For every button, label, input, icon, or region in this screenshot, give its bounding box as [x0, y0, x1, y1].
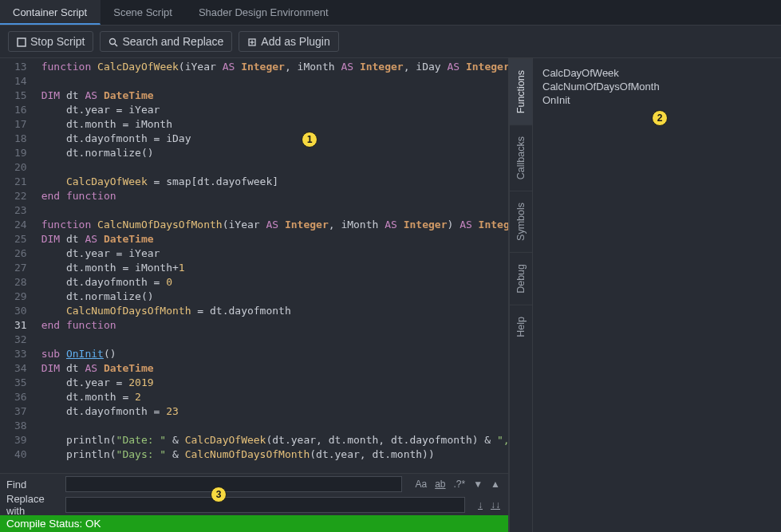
code-line[interactable]: println("Days: " & CalcNumOfDaysOfMonth(… — [41, 447, 508, 462]
tab-container-script[interactable]: Container Script — [0, 0, 101, 25]
functions-panel: CalcDayOfWeek CalcNumOfDaysOfMonth OnIni… — [533, 58, 781, 532]
line-number: 25 — [14, 232, 27, 246]
line-number-gutter: 1314151617181920212223242526272829303132… — [0, 58, 35, 473]
code-line[interactable]: dt.dayofmonth = iDay — [41, 132, 508, 146]
replace-one-icon[interactable]: ↓ — [478, 499, 483, 510]
line-number: 20 — [14, 160, 27, 175]
line-number: 18 — [14, 132, 27, 146]
line-number: 23 — [14, 203, 27, 218]
stop-button-label: Stop Script — [30, 35, 85, 48]
annotation-marker-3: 3 — [211, 487, 227, 502]
code-line[interactable]: dt.year = 2019 — [41, 376, 508, 390]
line-number: 14 — [14, 74, 27, 89]
code-line[interactable]: dt.month = iMonth+1 — [41, 261, 508, 275]
right-panel: Functions Callbacks Symbols Debug Help C… — [510, 58, 781, 532]
line-number: 40 — [14, 447, 27, 462]
code-line[interactable]: DIM dt AS DateTime — [41, 232, 508, 246]
replace-actions: ↓ ↓↓ — [470, 499, 508, 510]
find-next-icon[interactable]: ▼ — [473, 479, 483, 490]
code-line[interactable]: dt.year = iYear — [41, 246, 508, 261]
code-line[interactable]: dt.dayofmonth = 0 — [41, 275, 508, 290]
tab-scene-script[interactable]: Scene Script — [101, 0, 186, 25]
code-line[interactable]: dt.normalize() — [41, 290, 508, 304]
vtab-callbacks[interactable]: Callbacks — [510, 124, 532, 191]
line-number: 34 — [14, 361, 27, 376]
search-icon — [108, 37, 118, 46]
line-number: 22 — [14, 189, 27, 203]
code-line[interactable]: dt.month = 2 — [41, 390, 508, 404]
vtab-symbols[interactable]: Symbols — [510, 191, 532, 252]
svg-rect-0 — [18, 38, 26, 46]
code-line[interactable]: dt.normalize() — [41, 146, 508, 160]
function-list-item[interactable]: CalcNumOfDaysOfMonth — [542, 80, 771, 93]
code-line[interactable] — [41, 333, 508, 347]
line-number: 33 — [14, 347, 27, 361]
svg-line-2 — [115, 44, 117, 46]
line-number: 19 — [14, 146, 27, 160]
find-replace-bar: Find Aa ab .?* ▼ ▲ Replace with ↓ ↓↓ 3 — [0, 473, 508, 515]
code-line[interactable]: DIM dt AS DateTime — [41, 361, 508, 376]
code-line[interactable] — [41, 160, 508, 175]
line-number: 15 — [14, 89, 27, 103]
regex-toggle[interactable]: .?* — [454, 479, 466, 490]
code-line[interactable]: CalcDayOfWeek = smap[dt.dayofweek] — [41, 175, 508, 189]
line-number: 28 — [14, 275, 27, 290]
code-line[interactable] — [41, 419, 508, 433]
match-case-toggle[interactable]: Aa — [415, 479, 427, 490]
plugin-icon — [247, 37, 257, 46]
find-label: Find — [0, 479, 65, 491]
line-number: 35 — [14, 376, 27, 390]
code-line[interactable]: CalcNumOfDaysOfMonth = dt.dayofmonth — [41, 304, 508, 318]
code-line[interactable]: DIM dt AS DateTime — [41, 89, 508, 103]
code-line[interactable]: println("Date: " & CalcDayOfWeek(dt.year… — [41, 433, 508, 447]
vtab-help[interactable]: Help — [510, 305, 532, 349]
annotation-marker-1: 1 — [302, 132, 318, 148]
code-line[interactable]: function CalcNumOfDaysOfMonth(iYear AS I… — [41, 218, 508, 232]
line-number: 39 — [14, 433, 27, 447]
svg-point-1 — [110, 39, 116, 45]
vtab-debug[interactable]: Debug — [510, 252, 532, 305]
line-number: 30 — [14, 304, 27, 318]
code-line[interactable]: end function — [41, 189, 508, 203]
function-list-item[interactable]: OnInit — [542, 93, 771, 107]
vtab-functions[interactable]: Functions — [510, 58, 532, 124]
code-editor[interactable]: 1314151617181920212223242526272829303132… — [0, 58, 508, 473]
code-line[interactable] — [41, 203, 508, 218]
code-line[interactable]: end function — [41, 318, 508, 333]
stop-icon — [17, 37, 26, 46]
code-line[interactable]: dt.dayofmonth = 23 — [41, 404, 508, 419]
vertical-tabs: Functions Callbacks Symbols Debug Help — [510, 58, 533, 532]
whole-word-toggle[interactable]: ab — [435, 479, 445, 490]
line-number: 38 — [14, 419, 27, 433]
replace-all-icon[interactable]: ↓↓ — [491, 499, 500, 510]
compile-status: Compile Status: OK — [0, 515, 508, 532]
plugin-button-label: Add as Plugin — [261, 35, 329, 48]
line-number: 32 — [14, 333, 27, 347]
line-number: 13 — [14, 60, 27, 74]
line-number: 21 — [14, 175, 27, 189]
add-plugin-button[interactable]: Add as Plugin — [239, 31, 338, 52]
code-line[interactable] — [41, 74, 508, 89]
code-line[interactable]: function CalcDayOfWeek(iYear AS Integer,… — [41, 60, 508, 74]
line-number: 36 — [14, 390, 27, 404]
main-area: 1314151617181920212223242526272829303132… — [0, 58, 781, 532]
annotation-marker-2: 2 — [652, 110, 668, 126]
replace-input[interactable] — [65, 497, 465, 513]
code-line[interactable]: sub OnInit() — [41, 347, 508, 361]
line-number: 26 — [14, 246, 27, 261]
tab-shader-design[interactable]: Shader Design Environment — [186, 0, 342, 25]
search-replace-button[interactable]: Search and Replace — [100, 31, 232, 52]
find-prev-icon[interactable]: ▲ — [491, 479, 500, 490]
function-list-item[interactable]: CalcDayOfWeek — [542, 66, 771, 80]
line-number: 24 — [14, 218, 27, 232]
toolbar: Stop Script Search and Replace Add as Pl… — [0, 26, 781, 58]
code-content[interactable]: function CalcDayOfWeek(iYear AS Integer,… — [35, 58, 508, 473]
stop-script-button[interactable]: Stop Script — [8, 31, 93, 52]
find-input[interactable] — [65, 476, 402, 492]
code-line[interactable]: dt.month = iMonth — [41, 117, 508, 132]
code-line[interactable]: dt.year = iYear — [41, 103, 508, 117]
search-button-label: Search and Replace — [122, 35, 223, 48]
line-number: 27 — [14, 261, 27, 275]
line-number: 37 — [14, 404, 27, 419]
line-number: 29 — [14, 290, 27, 304]
